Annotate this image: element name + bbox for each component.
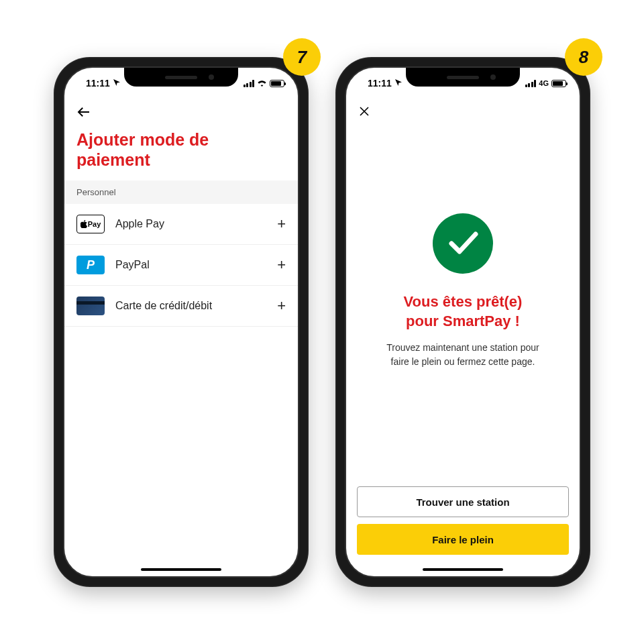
success-subtext: Trouvez maintenant une station pour fair… xyxy=(386,341,539,369)
network-label: 4G xyxy=(539,79,549,87)
payment-method-card[interactable]: Carte de crédit/débit + xyxy=(64,286,298,327)
step-badge-8: 8 xyxy=(565,38,602,76)
battery-icon xyxy=(551,80,566,87)
page-title: Ajouter mode de paiement xyxy=(64,123,298,180)
status-time: 11:11 xyxy=(86,78,110,89)
back-button[interactable] xyxy=(76,105,95,120)
status-time: 11:11 xyxy=(368,78,392,89)
success-heading: Vous êtes prêt(e) pour SmartPay ! xyxy=(404,292,523,331)
payment-label: PayPal xyxy=(115,259,266,271)
paypal-icon: P xyxy=(76,256,105,274)
phone-notch xyxy=(406,68,520,87)
location-icon xyxy=(113,78,121,89)
payment-label: Carte de crédit/débit xyxy=(115,300,266,312)
battery-icon xyxy=(270,80,284,87)
success-check-icon xyxy=(433,213,493,274)
plus-icon: + xyxy=(277,215,286,233)
phone-notch xyxy=(124,68,238,87)
find-station-button[interactable]: Trouver une station xyxy=(357,486,569,517)
location-icon xyxy=(394,78,402,89)
home-indicator[interactable] xyxy=(141,568,221,571)
payment-method-paypal[interactable]: P PayPal + xyxy=(64,245,298,286)
phone-frame: 11:11 xyxy=(54,57,309,587)
phone-step-7: 7 11:11 xyxy=(54,57,309,587)
plus-icon: + xyxy=(277,256,286,274)
payment-label: Apple Pay xyxy=(115,218,266,230)
fill-up-button[interactable]: Faire le plein xyxy=(357,524,569,555)
plus-icon: + xyxy=(277,297,286,315)
credit-card-icon xyxy=(76,297,105,315)
section-header-personnel: Personnel xyxy=(64,180,298,204)
phone-step-8: 8 11:11 4G xyxy=(335,57,590,587)
step-badge-7: 7 xyxy=(283,38,321,76)
wifi-icon xyxy=(257,78,267,89)
home-indicator[interactable] xyxy=(423,568,503,571)
apple-pay-icon: Pay xyxy=(76,215,105,233)
signal-icon xyxy=(244,80,255,87)
phone-frame: 11:11 4G xyxy=(335,57,590,587)
signal-icon xyxy=(525,80,537,87)
payment-method-apple-pay[interactable]: Pay Apple Pay + xyxy=(64,204,298,245)
